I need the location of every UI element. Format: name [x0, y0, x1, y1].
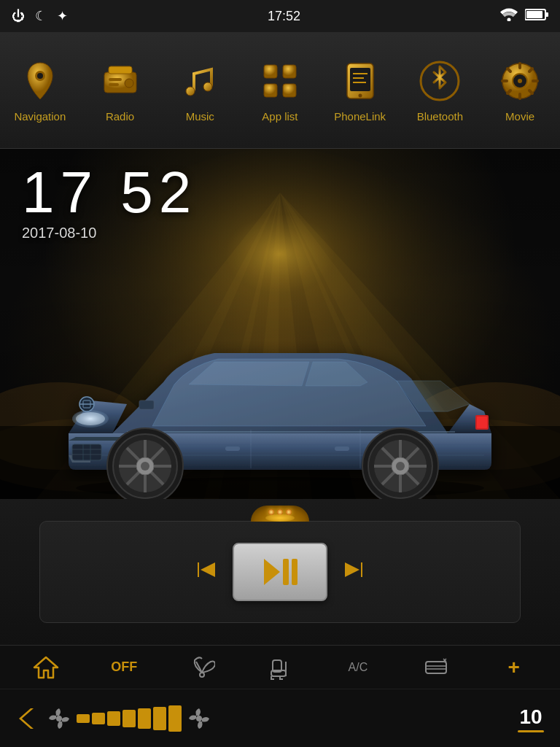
svg-point-11	[186, 87, 195, 96]
car-image	[32, 266, 528, 499]
svg-line-34	[508, 90, 510, 93]
svg-marker-88	[264, 559, 280, 585]
bottom-row1: OFF A/C	[0, 646, 560, 689]
svg-rect-7	[109, 66, 132, 74]
ac-button[interactable]: A/C	[319, 661, 397, 674]
status-icons-right	[500, 8, 548, 25]
nav-item-music[interactable]: Music	[163, 58, 236, 123]
svg-point-12	[203, 82, 212, 91]
svg-rect-18	[350, 68, 370, 91]
home-button[interactable]	[7, 654, 85, 681]
nav-item-movie[interactable]: Movie	[483, 58, 556, 123]
plus-label: +	[508, 656, 519, 679]
wifi-icon	[500, 8, 518, 25]
speed-bar-3	[107, 711, 120, 726]
rear-defrost-button[interactable]	[397, 654, 475, 681]
nav-bar: Navigation Radio	[0, 32, 560, 149]
svg-rect-2	[526, 11, 542, 18]
svg-marker-92	[345, 562, 359, 577]
nav-item-bluetooth[interactable]: Bluetooth	[403, 58, 476, 123]
speed-bar-2	[92, 713, 105, 724]
lamp-glow	[265, 514, 295, 522]
speed-bar-4	[122, 710, 136, 727]
svg-point-50	[76, 412, 105, 425]
svg-rect-53	[139, 400, 154, 409]
nav-label-navigation: Navigation	[14, 110, 66, 123]
speed-bar-5	[138, 708, 151, 729]
media-player	[39, 521, 521, 623]
lamp-body	[251, 506, 309, 522]
wiper-button[interactable]	[163, 654, 241, 681]
speed-bar-1	[77, 714, 90, 723]
radio-icon-wrap	[97, 58, 144, 104]
svg-rect-52	[477, 417, 487, 428]
main-content: 17 52 2017-08-10	[0, 149, 560, 499]
svg-marker-102	[19, 708, 34, 729]
off-label: OFF	[111, 659, 137, 675]
nav-item-phonelink[interactable]: PhoneLink	[324, 58, 397, 123]
nav-label-bluetooth: Bluetooth	[417, 110, 463, 123]
brightness-icon[interactable]: ✦	[57, 8, 68, 24]
svg-marker-93	[34, 657, 58, 678]
bottom-row2: 10	[0, 689, 560, 747]
svg-rect-13	[264, 65, 277, 78]
svg-rect-99	[426, 662, 446, 673]
status-icons-left: ⏻ ☾ ✦	[12, 8, 68, 24]
phonelink-icon-wrap	[337, 58, 384, 104]
back-button[interactable]	[7, 699, 47, 739]
minus-bar[interactable]	[518, 730, 544, 732]
applist-icon-wrap	[257, 58, 303, 104]
bluetooth-icon-wrap	[416, 58, 463, 104]
seat-button[interactable]	[241, 654, 319, 681]
next-button[interactable]	[342, 558, 365, 587]
svg-marker-86	[198, 562, 199, 577]
speed-bar-7	[168, 705, 182, 732]
svg-rect-3	[545, 12, 548, 17]
off-button[interactable]: OFF	[85, 659, 163, 675]
nav-item-navigation[interactable]: Navigation	[4, 58, 77, 123]
svg-point-8	[125, 79, 133, 88]
svg-rect-57	[335, 446, 349, 451]
status-bar: ⏻ ☾ ✦ 17:52	[0, 0, 560, 32]
svg-rect-10	[109, 83, 119, 86]
svg-point-19	[358, 94, 362, 98]
player-lamp	[251, 506, 309, 522]
speed-number: 10	[516, 705, 545, 729]
navigation-icon-wrap	[17, 58, 63, 104]
svg-point-5	[37, 73, 43, 79]
svg-marker-87	[201, 562, 215, 577]
svg-point-26	[518, 79, 522, 83]
svg-point-0	[507, 18, 510, 21]
svg-line-31	[508, 69, 510, 71]
clock-section: 17 52 2017-08-10	[22, 163, 197, 241]
power-icon[interactable]: ⏻	[12, 9, 25, 24]
fan-right-icon	[187, 707, 211, 730]
svg-rect-9	[109, 78, 122, 81]
svg-point-103	[56, 716, 62, 721]
speed-control: 10	[516, 705, 553, 732]
svg-rect-14	[283, 65, 296, 78]
svg-rect-56	[225, 446, 240, 451]
svg-point-74	[141, 462, 149, 471]
media-section	[0, 499, 560, 645]
prev-button[interactable]	[195, 558, 218, 587]
svg-rect-58	[72, 444, 101, 460]
plus-button[interactable]: +	[475, 656, 553, 679]
nav-label-movie: Movie	[505, 110, 534, 123]
battery-icon	[525, 8, 548, 25]
movie-icon-wrap	[497, 58, 543, 104]
play-pause-button[interactable]	[233, 543, 327, 601]
music-icon-wrap	[176, 58, 223, 104]
svg-marker-91	[361, 562, 362, 577]
bottom-bar: OFF A/C	[0, 645, 560, 747]
nav-item-applist[interactable]: App list	[244, 58, 316, 123]
nav-item-radio[interactable]: Radio	[84, 58, 157, 123]
moon-icon[interactable]: ☾	[35, 8, 47, 24]
player-controls	[195, 543, 365, 601]
status-time: 17:52	[268, 9, 300, 24]
nav-label-music: Music	[186, 110, 214, 123]
fan-area	[47, 705, 516, 732]
speed-bars	[77, 705, 182, 732]
svg-line-32	[529, 90, 532, 93]
nav-label-radio: Radio	[106, 110, 134, 123]
